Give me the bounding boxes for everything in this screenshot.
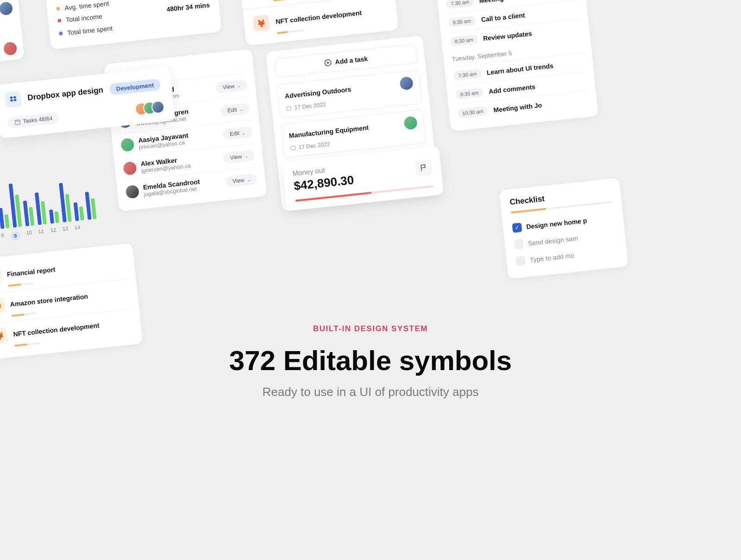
chart-bar: [41, 201, 47, 225]
svg-line-1: [15, 121, 19, 121]
axis-label: 13: [62, 226, 69, 235]
chart-bar: [5, 214, 10, 228]
chart-bar: [35, 192, 42, 225]
event-title: Call to a client: [481, 11, 525, 23]
checklist-label: Send design sam: [527, 234, 578, 247]
chart-bar: [0, 208, 5, 229]
plus-circle-icon: [324, 59, 332, 67]
hero-overline: BUILT-IN DESIGN SYSTEM: [0, 324, 741, 333]
chart-bar: [59, 183, 67, 222]
svg-rect-0: [15, 120, 20, 125]
stat-label: Total income: [65, 13, 102, 24]
task-title: Manufacturing Equipment: [289, 124, 369, 139]
chart-bar: [29, 207, 34, 226]
checkbox[interactable]: ✓: [512, 223, 522, 233]
avatar: [403, 116, 418, 130]
axis-label: 9: [10, 231, 20, 241]
task-date: 17 Dec 2022: [294, 101, 326, 111]
axis-label: 14: [74, 224, 81, 234]
avatar-group: [139, 100, 165, 115]
svg-rect-5: [287, 107, 291, 111]
chart-bar: [85, 192, 91, 220]
view-button[interactable]: View ⌄: [226, 173, 257, 188]
avatar: [125, 185, 139, 199]
task-title: Advertising Outdoors: [284, 86, 352, 100]
chevron-down-icon: ⌄: [239, 107, 243, 112]
checklist-label: Design new home p: [526, 217, 587, 231]
stat-label: Total time spent: [67, 25, 113, 37]
svg-rect-6: [291, 146, 295, 150]
project-title: NFT collection development: [275, 9, 362, 25]
edit-button[interactable]: Edit ⌄: [220, 103, 250, 117]
chevron-down-icon: ⌄: [237, 83, 241, 88]
view-button[interactable]: View ⌄: [223, 150, 255, 164]
people-snippet: om: [0, 0, 25, 68]
calendar-icon: [290, 145, 296, 151]
hero: BUILT-IN DESIGN SYSTEM 372 Editable symb…: [0, 324, 741, 399]
chart-bar: [79, 206, 84, 220]
hero-subtitle: Ready to use in a UI of productivity app…: [0, 385, 741, 399]
projects-card: 🟠 Amazon store integration 🦊 NFT collect…: [239, 0, 399, 46]
event-time: 7:30 am: [453, 69, 482, 81]
flag-icon: [415, 159, 432, 176]
card-title: Dropbox app design: [27, 86, 104, 103]
schedule-card: Monday, September 4 7:30 am Meeting with…: [433, 0, 598, 131]
chart-bar: [74, 202, 79, 221]
chart-bar: [23, 201, 30, 227]
checkbox[interactable]: [515, 256, 526, 266]
checklist-label: Type to add mo: [529, 252, 575, 264]
event-title: Meeting with Jo: [493, 101, 542, 114]
axis-label: 10: [26, 229, 32, 239]
avatar: [123, 161, 137, 176]
hero-title: 372 Editable symbols: [0, 345, 741, 377]
svg-line-4: [327, 63, 329, 63]
edit-button[interactable]: Edit ⌄: [223, 126, 252, 140]
project-title: Amazon store integration: [10, 292, 88, 308]
calendar-icon: [14, 119, 21, 126]
avatar: [120, 138, 135, 152]
dropbox-icon: [5, 91, 22, 108]
bar-chart: 4567891011121314: [0, 164, 98, 245]
stat-value: 480hr 34 mins: [166, 1, 210, 13]
chevron-down-icon: ⌄: [244, 153, 248, 159]
chevron-down-icon: ⌄: [246, 177, 251, 182]
axis-label: 11: [38, 228, 44, 238]
nft-icon: 🦊: [253, 14, 270, 31]
task-date: 17 Dec 2022: [298, 141, 330, 151]
project-title: Financial report: [6, 265, 56, 278]
tasks-count[interactable]: Tasks 48/64: [7, 112, 60, 128]
chart-bar: [91, 198, 97, 220]
stats-card: Avg. time spent Total income 480hr 34 mi…: [46, 0, 222, 50]
chevron-down-icon: ⌄: [241, 130, 245, 135]
chart-bar: [49, 209, 54, 224]
status-badge: Development: [109, 78, 161, 95]
event-time: 9:30 am: [447, 16, 476, 28]
event-title: Learn about UI trends: [486, 62, 554, 76]
event-title: Add comments: [488, 83, 535, 95]
axis-label: 8: [1, 233, 5, 242]
axis-label: 12: [50, 227, 57, 237]
calendar-icon: [286, 105, 292, 111]
event-title: Review updates: [483, 30, 532, 42]
project-icon: 🟠: [0, 297, 6, 314]
avatar: [399, 76, 414, 91]
chart-bar: [54, 211, 59, 223]
event-time: 10:30 am: [457, 106, 489, 119]
checkbox[interactable]: [514, 239, 524, 250]
event-time: 8:30 am: [455, 88, 484, 100]
view-button[interactable]: View ⌄: [215, 79, 247, 94]
event-time: 7:30 am: [446, 0, 474, 9]
event-time: 8:30 am: [450, 34, 478, 46]
project-icon: 📊: [0, 267, 2, 284]
checklist-card: Checklist ✓ Design new home p Send desig…: [499, 178, 628, 279]
